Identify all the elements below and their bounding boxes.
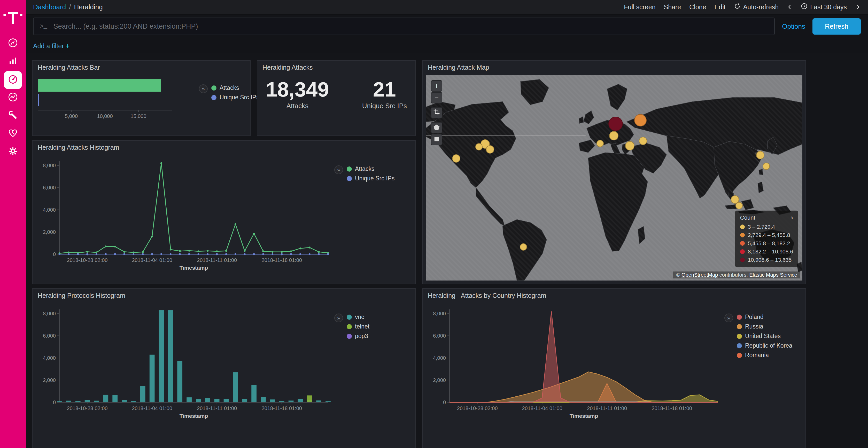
svg-text:2018-10-28 02:00: 2018-10-28 02:00	[67, 257, 108, 263]
svg-text:6,000: 6,000	[433, 333, 446, 339]
legend-dot	[737, 353, 742, 358]
map-draw-polygon-button[interactable]	[431, 122, 442, 133]
map-legend-rows: 3 – 2,729.42,729.4 – 5,455.85,455.8 – 8,…	[740, 224, 793, 263]
map-draw-rectangle-button[interactable]	[431, 134, 442, 145]
map-marker[interactable]	[475, 143, 483, 150]
legend-item[interactable]: Romania	[737, 352, 792, 359]
map-legend-label: 3 – 2,729.4	[748, 224, 775, 230]
auto-refresh-button[interactable]: Auto-refresh	[734, 3, 779, 11]
map-marker[interactable]	[763, 163, 770, 170]
legend-item[interactable]: Attacks	[347, 165, 395, 172]
full-screen-button[interactable]: Full screen	[624, 3, 655, 11]
map-marker[interactable]	[452, 154, 460, 163]
clone-button[interactable]: Clone	[689, 3, 706, 11]
time-range-button[interactable]: Last 30 days	[801, 3, 847, 11]
compass-icon	[7, 37, 19, 50]
query-prompt-icon: >_	[40, 23, 47, 30]
search-input[interactable]	[53, 22, 768, 31]
chevron-right-icon[interactable]: ›	[791, 214, 793, 222]
legend-item[interactable]: United States	[737, 333, 792, 340]
metric-unique-src-ips: 21 Unique Src IPs	[362, 79, 407, 110]
edit-button[interactable]: Edit	[715, 3, 726, 11]
dashboard-grid: Heralding Attacks Bar 5,00010,00015,000 …	[26, 53, 868, 448]
legend-item[interactable]: Russia	[737, 323, 792, 330]
map-legend-label: 2,729.4 – 5,455.8	[748, 232, 790, 238]
legend-item[interactable]: Unique Src IPs	[347, 175, 395, 182]
legend-item[interactable]: Republic of Korea	[737, 342, 792, 349]
map-marker[interactable]	[639, 137, 647, 145]
country-histogram-chart[interactable]: 02,0004,0006,0008,0002018-10-28 02:00201…	[426, 301, 724, 420]
map-zoom-out-button[interactable]: −	[431, 92, 442, 103]
sidebar-item-visualize[interactable]	[4, 53, 22, 71]
legend-item[interactable]: telnet	[347, 323, 369, 330]
attacks-bar-chart[interactable]: 5,00010,00015,000	[36, 74, 196, 128]
clock-icon	[801, 3, 808, 11]
panel-title: Heralding Protocols Histogram	[38, 292, 125, 299]
breadcrumb-dashboard-link[interactable]: Dashboard	[33, 3, 66, 11]
legend-collapse-button[interactable]: »	[334, 314, 343, 322]
svg-text:2018-11-18 01:00: 2018-11-18 01:00	[261, 257, 302, 263]
panel-heralding-attacks-histogram: Heralding Attacks Histogram 02,0004,0006…	[32, 140, 416, 284]
time-step-back-button[interactable]	[787, 4, 793, 10]
map-marker[interactable]	[609, 117, 623, 131]
map-legend-row: 8,182.2 – 10,908.6	[740, 248, 793, 255]
sidebar-item-discover[interactable]	[4, 35, 22, 53]
time-step-forward-button[interactable]	[855, 4, 861, 10]
map-marker[interactable]	[736, 202, 743, 209]
sidebar-item-management[interactable]	[4, 143, 22, 161]
legend-collapse-button[interactable]: »	[724, 314, 733, 322]
sidebar-item-timelion[interactable]	[4, 89, 22, 107]
share-button[interactable]: Share	[664, 3, 681, 11]
openstreetmap-link[interactable]: OpenStreetMap	[681, 272, 718, 278]
sidebar-item-dev-tools[interactable]	[4, 107, 22, 125]
sidebar-item-monitoring[interactable]	[4, 126, 22, 143]
legend-item[interactable]: pop3	[347, 333, 369, 340]
svg-text:5,000: 5,000	[65, 113, 78, 119]
attacks-histogram-chart[interactable]: 02,0004,0006,0008,0002018-10-28 02:00201…	[36, 153, 334, 272]
world-map[interactable]: + − Count› 3 – 2,729.42,729.4 – 5,455.85…	[426, 75, 802, 280]
logo-dot	[20, 14, 23, 16]
panel-heralding-attacks-by-country: Heralding - Attacks by Country Histogram…	[422, 288, 806, 448]
svg-text:2018-11-11 01:00: 2018-11-11 01:00	[197, 257, 237, 263]
legend-dot	[740, 257, 745, 262]
map-legend-row: 3 – 2,729.4	[740, 224, 793, 230]
svg-text:8,000: 8,000	[43, 163, 56, 168]
map-marker[interactable]	[596, 140, 604, 147]
options-link[interactable]: Options	[782, 23, 805, 30]
kibana-dashboard-app: T	[0, 0, 868, 448]
legend-collapse-button[interactable]: »	[199, 84, 208, 93]
chart-legend: » Poland Russia United States Republic o…	[724, 314, 792, 359]
sidebar-item-dashboard[interactable]	[4, 71, 22, 89]
panel-title: Heralding - Attacks by Country Histogram	[428, 292, 547, 299]
legend-dot	[211, 95, 216, 100]
svg-text:2018-11-04 01:00: 2018-11-04 01:00	[132, 257, 172, 263]
legend-item[interactable]: vnc	[347, 314, 369, 320]
legend-collapse-button[interactable]: »	[334, 165, 343, 174]
svg-text:6,000: 6,000	[43, 185, 56, 191]
main-area: Dashboard / Heralding Full screen Share …	[26, 0, 868, 448]
svg-text:2018-11-11 01:00: 2018-11-11 01:00	[587, 405, 627, 411]
legend-item[interactable]: Attacks	[211, 84, 259, 91]
legend-item[interactable]: Poland	[737, 314, 792, 320]
svg-text:0: 0	[443, 400, 446, 405]
map-fit-data-bounds-button[interactable]	[431, 107, 442, 118]
elastic-maps-service-label: Elastic Maps Service	[749, 272, 797, 278]
add-filter-link[interactable]: Add a filter +	[33, 42, 69, 49]
panel-title: Heralding Attacks Bar	[38, 64, 100, 71]
telekom-logo[interactable]: T	[3, 5, 23, 31]
map-marker[interactable]	[625, 141, 634, 150]
map-marker[interactable]	[486, 145, 494, 153]
legend-dot	[737, 324, 742, 329]
map-zoom-in-button[interactable]: +	[431, 80, 442, 92]
map-marker[interactable]	[609, 131, 618, 140]
svg-text:4,000: 4,000	[43, 355, 56, 361]
svg-text:2,000: 2,000	[43, 229, 56, 235]
map-marker[interactable]	[520, 243, 527, 250]
map-marker[interactable]	[634, 114, 647, 127]
refresh-button[interactable]: Refresh	[812, 18, 861, 35]
timelion-icon	[7, 91, 19, 105]
legend-item[interactable]: Unique Src IPs	[211, 94, 259, 101]
svg-text:0: 0	[53, 400, 56, 405]
protocols-histogram-chart[interactable]: 02,0004,0006,0008,0002018-10-28 02:00201…	[36, 301, 334, 420]
map-marker[interactable]	[756, 151, 765, 159]
